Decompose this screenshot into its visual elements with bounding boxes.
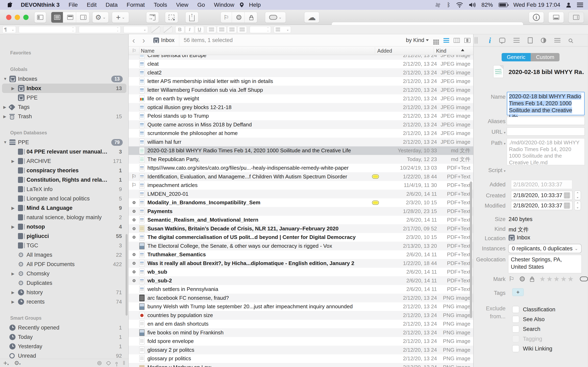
flag-column-header[interactable]: ⚐ bbox=[132, 48, 136, 54]
sidebar-item-04-ppe-relevant-user-manuals-s[interactable]: 04 PPE relevant user manuals, s...3 bbox=[2, 147, 126, 156]
paragraph-style-button[interactable]: ¶⌄ bbox=[2, 26, 16, 33]
bluetooth-icon[interactable]: ᛒ bbox=[447, 2, 450, 8]
checkbox-icon[interactable] bbox=[512, 345, 519, 352]
table-row[interactable]: welsh settlers in Pennsylvania2/6/20, 14… bbox=[129, 285, 473, 294]
table-row[interactable]: Chile svenska on Europe2/12/20, 13 24JPE… bbox=[129, 55, 473, 60]
menu-go[interactable]: Go bbox=[193, 2, 209, 8]
battery-icon[interactable] bbox=[499, 3, 508, 7]
disclosure-closed-icon[interactable]: ▶ bbox=[11, 271, 15, 276]
bold-button[interactable]: B bbox=[175, 26, 184, 33]
name-field[interactable]: 2020-02-18 bibl WHYY RadioTimes Feb 14, … bbox=[507, 92, 585, 115]
disclosure-closed-icon[interactable]: ▶ bbox=[11, 300, 15, 304]
table-row[interactable]: Payments1/28/20, 23 15PDF+Text bbox=[129, 207, 473, 216]
lock-button[interactable] bbox=[246, 12, 257, 23]
name-column-header[interactable]: Name bbox=[141, 48, 155, 54]
created-stepper[interactable]: ⌃⌄ bbox=[574, 191, 581, 200]
toggle-sidebar-button[interactable] bbox=[34, 12, 46, 23]
disclosure-open-icon[interactable]: ▼ bbox=[3, 77, 7, 81]
disclosure-closed-icon[interactable]: ▶ bbox=[11, 225, 15, 229]
sidebar-add-button[interactable]: +▾ bbox=[3, 359, 9, 367]
sidebar-item-recents[interactable]: ▶recents74 bbox=[2, 297, 126, 307]
sidebar-item-history[interactable]: ▶history71 bbox=[2, 288, 126, 297]
align-justify-button[interactable] bbox=[237, 26, 247, 33]
table-row[interactable]: countries by population size2/12/20, 13 … bbox=[129, 311, 473, 320]
wifi-icon[interactable] bbox=[456, 2, 463, 8]
disclosure-closed-icon[interactable]: ▶ bbox=[3, 114, 6, 119]
url-field[interactable] bbox=[507, 127, 585, 136]
label-capsule-icon[interactable] bbox=[580, 276, 588, 281]
get-info-button[interactable]: i bbox=[529, 12, 544, 23]
share-button[interactable] bbox=[185, 12, 199, 23]
view-list-button[interactable] bbox=[51, 12, 63, 23]
menu-data[interactable]: Data bbox=[101, 2, 122, 8]
list-scrollbar[interactable] bbox=[470, 182, 472, 318]
toggle-bottom-pane-button[interactable] bbox=[548, 12, 564, 23]
tab-generic[interactable]: Generic bbox=[502, 53, 531, 61]
action-menu-button[interactable]: ⚙⌄ bbox=[92, 12, 109, 23]
flag-icon[interactable]: ⚐ bbox=[509, 275, 515, 283]
disclosure-closed-icon[interactable]: ▶ bbox=[11, 206, 15, 210]
search-tab-icon[interactable] bbox=[569, 39, 572, 42]
concordance-tab-icon[interactable] bbox=[541, 38, 546, 43]
flag-button[interactable]: ⚐ bbox=[221, 12, 232, 23]
sidebar-item-tgc[interactable]: TGC3 bbox=[2, 241, 126, 250]
sidebar-item-inbox[interactable]: ▶Inbox13 bbox=[2, 83, 126, 93]
spacing-stepper[interactable]: ⌃⌄ bbox=[250, 26, 271, 33]
table-row[interactable]: letter Willamsberg Foundation sub via Je… bbox=[129, 86, 473, 94]
table-row[interactable]: bunny Welsh with Trump late september 20… bbox=[129, 302, 473, 311]
sidebar-item-pigliucci[interactable]: pigliucci55 bbox=[2, 231, 126, 241]
add-tag-button[interactable]: + bbox=[512, 288, 524, 296]
sidebar-item-all-pdf-documents[interactable]: ⚙All PDF Documents422 bbox=[2, 259, 126, 269]
modified-field[interactable]: 2/18/2020, 10:33:37 bbox=[511, 201, 572, 210]
sidebar-item-trash[interactable]: ▶Trash15 bbox=[2, 112, 126, 121]
modified-stepper[interactable]: ⌃⌄ bbox=[574, 201, 581, 210]
calendar-icon[interactable] bbox=[564, 202, 570, 209]
sidebar-item-today[interactable]: Today1 bbox=[2, 332, 126, 342]
sidebar-item-duplicates[interactable]: ⚙Duplicates bbox=[2, 278, 126, 288]
toggle-inspector-button[interactable] bbox=[568, 12, 584, 23]
reminders-tab-icon[interactable] bbox=[513, 38, 520, 43]
table-row[interactable]: Pelosi stands up to Trump2/12/20, 13 24J… bbox=[129, 112, 473, 120]
table-row[interactable]: Modality_in_Brandoms_Incompatibility_Sem… bbox=[129, 198, 473, 207]
menu-view[interactable]: View bbox=[172, 2, 193, 8]
minimize-window-button[interactable] bbox=[15, 15, 20, 20]
sidebar-item-chomsky[interactable]: ▶⚙Chomsky bbox=[2, 269, 126, 278]
script-menu-icon[interactable] bbox=[239, 2, 245, 8]
table-row[interactable]: Truthmaker_Semantics2/6/20, 14 11PDF+Tex… bbox=[129, 250, 473, 259]
menu-help[interactable]: Help bbox=[245, 2, 265, 8]
back-button[interactable]: ‹ bbox=[129, 36, 139, 44]
table-row[interactable]: arc facebook FC nonsense, fraud?2/12/20,… bbox=[129, 294, 473, 302]
sidebar-item-ppe[interactable]: PPE bbox=[2, 93, 126, 102]
italic-button[interactable]: I bbox=[185, 26, 194, 33]
sort-menu[interactable]: by Kind bbox=[406, 37, 429, 43]
add-menu-button[interactable]: +⌄ bbox=[112, 12, 129, 23]
view-split-button[interactable] bbox=[64, 12, 76, 23]
target-icon[interactable] bbox=[520, 276, 525, 281]
font-size-combo[interactable]: ⌄ bbox=[123, 26, 148, 33]
sidebar-item-yesterday[interactable]: Yesterday1 bbox=[2, 342, 126, 351]
table-row[interactable]: The Republican Party,Today, 12 23md 文件 bbox=[129, 155, 473, 164]
clip-button[interactable] bbox=[165, 12, 178, 23]
background-color-well[interactable] bbox=[163, 26, 173, 33]
kind-column-header[interactable]: Kind bbox=[436, 48, 446, 54]
sidebar-item-recently-opened[interactable]: Recently opened1 bbox=[2, 323, 126, 332]
table-row[interactable]: The Electoral College, the Senate, & oth… bbox=[129, 242, 473, 250]
view-column-button[interactable] bbox=[77, 12, 89, 23]
menu-format[interactable]: Format bbox=[122, 2, 149, 8]
coverflow-view-button[interactable] bbox=[464, 38, 470, 43]
font-family-combo[interactable]: ⌃⌄ bbox=[19, 26, 76, 33]
breadcrumb[interactable]: Inbox bbox=[149, 37, 179, 43]
sidebar-item-archive[interactable]: ▶ARCHIVE171 bbox=[2, 156, 126, 166]
tab-custom[interactable]: Custom bbox=[531, 53, 560, 61]
disclosure-closed-icon[interactable]: ▶ bbox=[11, 86, 15, 91]
sidebar-resize-handle[interactable]: ⫴ bbox=[123, 360, 125, 366]
instances-dropdown[interactable]: 0 replicants, 0 duplicates⌄ bbox=[508, 244, 582, 253]
sidebar-item-notsop[interactable]: ▶notsop4 bbox=[2, 222, 126, 231]
added-column-header[interactable]: Added bbox=[377, 48, 392, 54]
table-row[interactable]: https///www.cato.org/sites/cato.org/file… bbox=[129, 164, 473, 173]
table-row[interactable]: Was it really all about Brexit?, by Hich… bbox=[129, 259, 473, 268]
calendar-icon[interactable] bbox=[564, 192, 570, 198]
sidebar-item-conspiracy-theories[interactable]: conspiracy theories1 bbox=[2, 166, 126, 175]
table-row[interactable]: ⚐impeachment articles11/4/19, 11 30PDF+T… bbox=[129, 181, 473, 190]
sidebar-item-all-images[interactable]: ⚙All Images22 bbox=[2, 250, 126, 259]
